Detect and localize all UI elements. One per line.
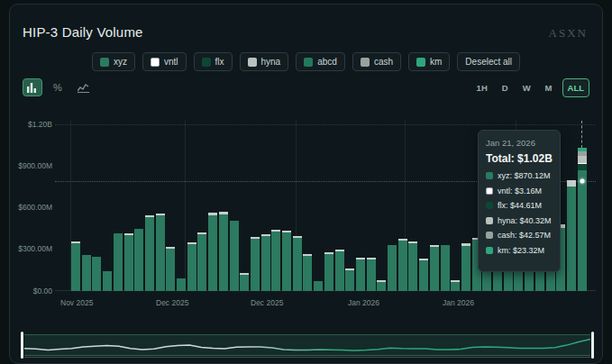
volume-bar[interactable] bbox=[271, 230, 280, 291]
volume-bar[interactable] bbox=[251, 237, 260, 291]
volume-bar[interactable] bbox=[324, 252, 333, 291]
bar-main-segment bbox=[240, 275, 249, 291]
volume-bar[interactable] bbox=[398, 239, 407, 291]
minimap-scrubber[interactable] bbox=[21, 329, 594, 361]
volume-bar[interactable] bbox=[92, 257, 101, 291]
bar-main-segment bbox=[124, 235, 133, 291]
volume-bar[interactable] bbox=[124, 233, 133, 291]
legend-chip-cash[interactable]: cash bbox=[352, 52, 401, 71]
tooltip-date: Jan 21, 2026 bbox=[486, 138, 553, 148]
range-button-m[interactable]: M bbox=[541, 79, 557, 96]
legend-chip-label: xyz bbox=[114, 57, 127, 67]
bar-main-segment bbox=[441, 245, 450, 291]
minimap-left-handle[interactable] bbox=[21, 332, 23, 359]
volume-bar[interactable] bbox=[567, 180, 576, 291]
legend-chip-flx[interactable]: flx bbox=[194, 52, 233, 71]
volume-bar[interactable] bbox=[293, 236, 302, 291]
volume-bar[interactable] bbox=[282, 231, 291, 291]
volume-bar[interactable] bbox=[145, 215, 154, 291]
volume-bar[interactable] bbox=[103, 271, 112, 291]
bar-main-segment bbox=[398, 241, 407, 291]
legend-swatch bbox=[416, 58, 425, 67]
volume-bar[interactable] bbox=[240, 273, 249, 291]
bar-main-segment bbox=[303, 256, 312, 291]
legend-chip-label: flx bbox=[215, 57, 224, 67]
volume-bar[interactable] bbox=[451, 280, 460, 291]
legend-chip-label: cash bbox=[374, 57, 393, 67]
volume-bar[interactable] bbox=[461, 243, 470, 291]
bar-chart-icon bbox=[27, 83, 38, 93]
bar-main-segment bbox=[166, 249, 175, 291]
bar-main-segment bbox=[197, 234, 206, 291]
y-axis-tick: $1.20B bbox=[11, 120, 52, 129]
bar-chart-type-button[interactable] bbox=[23, 78, 42, 96]
y-axis-tick: $0.00 bbox=[11, 287, 52, 296]
volume-bar[interactable] bbox=[71, 241, 80, 292]
volume-bar[interactable] bbox=[441, 245, 450, 291]
tooltip-total: Total: $1.02B bbox=[486, 152, 553, 165]
page-title: HIP-3 Daily Volume bbox=[23, 24, 143, 40]
range-button-d[interactable]: D bbox=[498, 79, 513, 96]
volume-bar[interactable] bbox=[367, 258, 376, 291]
volume-bar[interactable] bbox=[230, 221, 239, 291]
volume-bar[interactable] bbox=[177, 278, 186, 291]
hover-tooltip: Jan 21, 2026 Total: $1.02B xyz: $870.12M… bbox=[478, 130, 561, 272]
volume-bar[interactable] bbox=[303, 254, 312, 291]
range-button-w[interactable]: W bbox=[518, 79, 535, 96]
volume-bar[interactable] bbox=[261, 234, 270, 291]
volume-bar[interactable] bbox=[187, 242, 196, 291]
bar-main-segment bbox=[114, 233, 123, 291]
volume-bar[interactable] bbox=[345, 268, 354, 291]
legend-chip-abcd[interactable]: abcd bbox=[296, 52, 345, 71]
volume-bar[interactable] bbox=[356, 258, 365, 291]
bar-segment-flx bbox=[578, 164, 587, 170]
volume-bar[interactable] bbox=[82, 255, 91, 291]
deselect-all-button[interactable]: Deselect all bbox=[457, 52, 520, 71]
volume-bar[interactable] bbox=[156, 214, 165, 291]
legend-swatch bbox=[151, 58, 160, 67]
volume-bar[interactable] bbox=[388, 245, 397, 291]
bar-main-segment bbox=[261, 236, 270, 291]
bar-main-segment bbox=[71, 243, 80, 291]
range-button-1h[interactable]: 1H bbox=[472, 79, 492, 96]
tooltip-swatch bbox=[486, 187, 493, 195]
legend-chip-label: km bbox=[430, 57, 442, 67]
legend-chip-hyna[interactable]: hyna bbox=[240, 52, 289, 71]
tooltip-swatch bbox=[486, 172, 493, 179]
legend-swatch bbox=[304, 58, 313, 67]
volume-bar[interactable] bbox=[134, 229, 143, 291]
bar-main-segment bbox=[388, 245, 397, 291]
x-axis-tick: Nov 2025 bbox=[60, 298, 93, 307]
volume-bar[interactable] bbox=[208, 213, 217, 291]
legend-chip-km[interactable]: km bbox=[408, 52, 450, 71]
bar-main-segment bbox=[145, 217, 154, 291]
bar-main-segment bbox=[251, 239, 260, 291]
volume-bar[interactable] bbox=[335, 250, 344, 291]
volume-bar[interactable] bbox=[430, 245, 439, 291]
minimap-right-handle[interactable] bbox=[591, 332, 594, 359]
x-axis-tick: Dec 2025 bbox=[251, 298, 283, 307]
volume-bar[interactable] bbox=[219, 212, 228, 291]
bar-main-segment bbox=[103, 271, 112, 291]
volume-bar[interactable] bbox=[377, 280, 386, 291]
volume-bar[interactable] bbox=[419, 259, 428, 291]
legend-chip-xyz[interactable]: xyz bbox=[92, 52, 135, 71]
bar-main-segment bbox=[567, 187, 576, 291]
line-chart-type-button[interactable] bbox=[73, 78, 93, 96]
bar-main-segment bbox=[451, 282, 460, 291]
percent-chart-type-button[interactable]: % bbox=[48, 78, 68, 96]
bar-main-segment bbox=[282, 232, 291, 291]
legend-chip-vntl[interactable]: vntl bbox=[142, 52, 187, 71]
volume-bar[interactable] bbox=[578, 148, 587, 291]
tooltip-swatch bbox=[486, 202, 493, 209]
volume-bar[interactable] bbox=[166, 247, 175, 291]
bar-cap-segment bbox=[567, 180, 576, 187]
tooltip-swatch bbox=[486, 217, 493, 224]
volume-bar[interactable] bbox=[408, 241, 417, 291]
tooltip-row-xyz: xyz: $870.12M bbox=[486, 171, 553, 180]
volume-bar[interactable] bbox=[314, 281, 323, 291]
volume-bar[interactable] bbox=[197, 232, 206, 291]
volume-bar[interactable] bbox=[114, 233, 123, 291]
legend-chip-label: abcd bbox=[317, 57, 337, 67]
range-button-all[interactable]: ALL bbox=[562, 78, 589, 97]
